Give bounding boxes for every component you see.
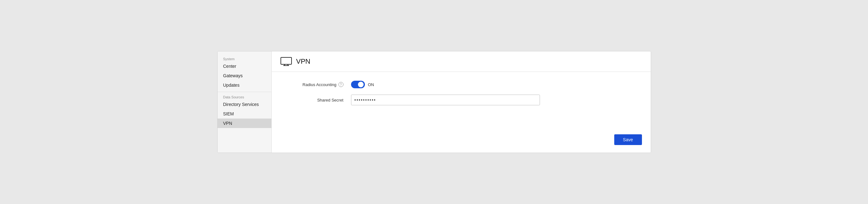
toggle-thumb (358, 82, 364, 87)
sidebar-divider (218, 92, 271, 92)
svg-rect-0 (281, 57, 291, 64)
radius-accounting-toggle[interactable] (351, 81, 365, 88)
page-body: Radius Accounting ? ON Shared Secret (272, 72, 651, 153)
toggle-wrapper: ON (351, 81, 374, 88)
radius-accounting-help-icon[interactable]: ? (338, 82, 343, 87)
monitor-icon (281, 57, 292, 66)
shared-secret-label: Shared Secret (282, 98, 351, 103)
main-content: VPN Radius Accounting ? ON (272, 51, 651, 153)
sidebar-item-updates[interactable]: Updates (218, 80, 271, 90)
radius-accounting-label: Radius Accounting ? (282, 82, 351, 87)
app-container: System Center Gateways Updates Data Sour… (217, 51, 651, 153)
shared-secret-row: Shared Secret (282, 95, 641, 105)
toggle-state-label: ON (368, 82, 374, 87)
page-header: VPN (272, 51, 651, 72)
sidebar: System Center Gateways Updates Data Sour… (218, 51, 272, 153)
data-sources-section-label: Data Sources (218, 93, 250, 100)
sidebar-item-directory-services[interactable]: Directory Services (218, 99, 271, 109)
radius-accounting-row: Radius Accounting ? ON (282, 81, 641, 88)
shared-secret-input[interactable] (351, 95, 540, 105)
sidebar-item-vpn[interactable]: VPN (218, 119, 271, 128)
page-title: VPN (296, 57, 310, 65)
save-button[interactable]: Save (614, 134, 642, 145)
save-button-wrapper: Save (614, 134, 642, 145)
sidebar-item-center[interactable]: Center (218, 61, 271, 71)
sidebar-item-gateways[interactable]: Gateways (218, 71, 271, 80)
sidebar-item-siem[interactable]: SIEM (218, 109, 271, 119)
system-section-label: System (218, 55, 241, 62)
